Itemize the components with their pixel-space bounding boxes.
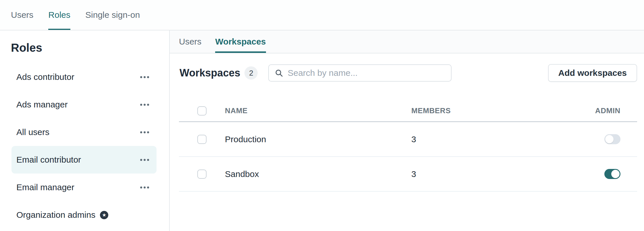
sidebar-item-email-contributor[interactable]: Email contributor [11, 146, 157, 174]
workspace-members: 3 [411, 169, 571, 179]
select-all-checkbox[interactable] [197, 106, 207, 116]
role-label: Ads contributor [16, 72, 74, 82]
workspace-count-badge: 2 [244, 66, 258, 80]
sidebar-item-email-manager[interactable]: Email manager [11, 174, 157, 201]
role-label: Organization admins ★ [16, 210, 108, 220]
more-options-icon[interactable] [140, 76, 149, 78]
more-options-icon[interactable] [140, 104, 149, 106]
sidebar-item-all-users[interactable]: All users [11, 118, 157, 146]
workspace-tab-bar: Users Workspaces [170, 30, 644, 53]
workspaces-table: NAME MEMBERS ADMIN Production 3 Sandbox [179, 100, 637, 192]
controls-row: Workspaces 2 Add workspaces [180, 64, 637, 82]
role-label: Email manager [16, 182, 74, 192]
search-input[interactable] [288, 68, 445, 78]
page-title: Workspaces [180, 67, 240, 79]
table-header-row: NAME MEMBERS ADMIN [179, 100, 637, 122]
tab-single-sign-on[interactable]: Single sign-on [85, 0, 140, 30]
workspace-name: Sandbox [225, 169, 411, 179]
row-checkbox[interactable] [197, 170, 207, 179]
row-checkbox[interactable] [197, 135, 207, 144]
sidebar-title: Roles [0, 41, 169, 54]
subtab-workspaces[interactable]: Workspaces [215, 30, 266, 53]
role-label: All users [16, 127, 49, 137]
search-icon [275, 69, 283, 77]
search-box[interactable] [268, 64, 452, 82]
more-options-icon[interactable] [140, 186, 149, 188]
select-all-cell [179, 106, 225, 116]
role-label: Email contributor [16, 155, 81, 165]
subtab-users[interactable]: Users [179, 30, 201, 53]
page-body: Roles Ads contributor Ads manager All us… [0, 30, 644, 231]
role-label: Ads manager [16, 100, 68, 109]
column-header-name: NAME [225, 106, 411, 115]
main-content: Users Workspaces Workspaces 2 Add worksp… [170, 30, 644, 231]
table-row: Sandbox 3 [179, 157, 637, 192]
add-workspaces-button[interactable]: Add workspaces [548, 64, 637, 82]
row-select-cell [179, 170, 225, 179]
workspace-name: Production [225, 134, 411, 144]
workspace-admin-cell [571, 169, 637, 179]
workspace-members: 3 [411, 134, 571, 144]
sidebar-item-ads-manager[interactable]: Ads manager [11, 91, 157, 118]
tab-roles[interactable]: Roles [48, 0, 70, 30]
row-select-cell [179, 135, 225, 144]
column-header-admin: ADMIN [571, 106, 637, 115]
admin-star-icon: ★ [100, 211, 108, 219]
column-header-members: MEMBERS [411, 106, 571, 115]
sidebar-item-ads-contributor[interactable]: Ads contributor [11, 63, 157, 91]
admin-toggle[interactable] [604, 169, 620, 179]
workspace-admin-cell [571, 134, 637, 144]
admin-toggle[interactable] [604, 134, 620, 144]
top-navigation: Users Roles Single sign-on [0, 0, 644, 30]
tab-users[interactable]: Users [11, 0, 33, 30]
more-options-icon[interactable] [140, 159, 149, 161]
role-list: Ads contributor Ads manager All users Em… [0, 63, 169, 229]
table-row: Production 3 [179, 122, 637, 157]
roles-sidebar: Roles Ads contributor Ads manager All us… [0, 30, 170, 231]
more-options-icon[interactable] [140, 131, 149, 133]
role-label-text: Organization admins [16, 210, 95, 220]
sidebar-item-organization-admins[interactable]: Organization admins ★ [11, 201, 157, 229]
